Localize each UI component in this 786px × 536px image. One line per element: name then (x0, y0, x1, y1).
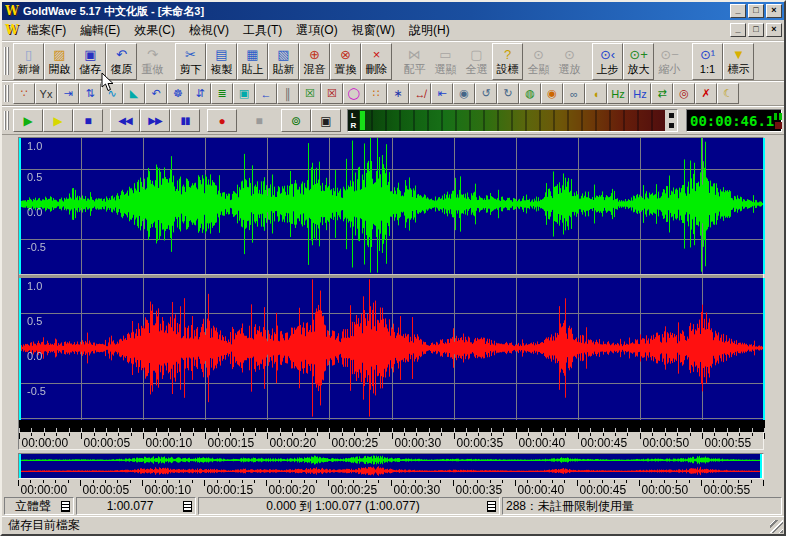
license-panel[interactable]: 288：未註冊限制使用量 (502, 497, 782, 515)
mix-button[interactable]: ⊕混音 (299, 43, 330, 80)
toolbar-grip[interactable] (4, 85, 11, 102)
zoom-1-1-button[interactable]: ⊙¹1:1 (692, 43, 723, 80)
save-button[interactable]: ▣儲存 (75, 43, 106, 80)
show-selection-button: ▭選顯 (430, 43, 461, 80)
panel-menu-icon[interactable] (183, 501, 192, 512)
mdi-close-button[interactable]: × (766, 23, 782, 37)
app-icon[interactable]: W (4, 4, 20, 18)
meter-markers (669, 113, 674, 128)
effect-button-color-dots-icon[interactable]: ∵ (13, 83, 35, 104)
new-button[interactable]: ▯新增 (13, 43, 44, 80)
open-button[interactable]: ▨開啟 (44, 43, 75, 80)
mdi-restore-button[interactable]: □ (748, 23, 764, 37)
effect-button-arrow-x-icon[interactable]: ↮ (409, 83, 431, 104)
effect-button-swap-arrows-icon[interactable]: ⇄ (651, 83, 673, 104)
effect-button-speaker-pan-icon[interactable]: ◖ (585, 83, 607, 104)
undo-button[interactable]: ↶復原 (106, 43, 137, 80)
panel-menu-icon[interactable] (487, 501, 496, 512)
menu-item-tool[interactable]: 工具(T) (236, 20, 289, 41)
effect-button-clock-moon-icon[interactable]: ☾ (717, 83, 739, 104)
effect-button-pattern-dots-icon[interactable]: ∷ (365, 83, 387, 104)
effect-button-dual-checkbox-icon[interactable]: ☒ (299, 83, 321, 104)
effect-button-noise-spark-icon[interactable]: ∗ (387, 83, 409, 104)
paste-button[interactable]: ▦貼上 (237, 43, 268, 80)
time-axis[interactable] (19, 420, 765, 449)
effect-button-trim-arrow-icon[interactable]: ⇤ (431, 83, 453, 104)
effect-button-plusminus-arrows-icon[interactable]: ⇵ (189, 83, 211, 104)
close-button[interactable]: × (766, 4, 782, 18)
effect-button-arrow-bar-icon[interactable]: ⇥ (57, 83, 79, 104)
zoom-in-button[interactable]: ⊙+放大 (623, 43, 654, 80)
rewind-button[interactable]: ◀◀ (110, 109, 140, 132)
maximize-button[interactable]: □ (748, 4, 764, 18)
fast-forward-button[interactable]: ▶▶ (140, 109, 170, 132)
time-display[interactable]: 00:00:46.1 (686, 109, 782, 132)
mdi-minimize-button[interactable]: _ (730, 23, 746, 37)
effect-button-knob-ccw-icon[interactable]: ↺ (475, 83, 497, 104)
menu-item-view[interactable]: 檢視(V) (182, 20, 236, 41)
effect-button-mute-lips-icon[interactable]: ✗ (695, 83, 717, 104)
record-button[interactable]: ● (207, 109, 237, 132)
replace-button-label: 置換 (335, 63, 357, 76)
effect-button-triangle-ruler-icon[interactable]: ◣ (123, 83, 145, 104)
menu-item-options[interactable]: 選項(O) (289, 20, 344, 41)
transport-buttons: ▶▶■◀◀▶▶▮▮●■⊚▣ (13, 109, 341, 132)
effect-button-equalizer-sliders-icon[interactable]: ≣ (211, 83, 233, 104)
set-cue-button[interactable]: ?設標 (492, 43, 523, 80)
minimize-button[interactable]: _ (730, 4, 746, 18)
right-channel-waveform[interactable] (19, 278, 765, 420)
monitor-button[interactable]: ▣ (311, 109, 341, 132)
right-channel-label: R (348, 121, 359, 131)
level-meter[interactable]: L R (347, 109, 678, 132)
hint-bar: 儲存目前檔案 (2, 516, 784, 534)
effect-button-knob-mark-icon[interactable]: ◎ (673, 83, 695, 104)
effect-button-eq-oval-icon[interactable]: ◯ (343, 83, 365, 104)
menu-item-help[interactable]: 說明(H) (402, 20, 457, 41)
selection-panel[interactable]: 0.000 到 1:00.077 (1:00.077) (198, 497, 500, 515)
left-channel-waveform[interactable] (19, 138, 765, 274)
menu-item-effect[interactable]: 效果(C) (127, 20, 182, 41)
new-file-icon: ▯ (25, 46, 32, 63)
clipboard-plus-icon: ⊕ (309, 46, 320, 63)
zoom-previous-button[interactable]: ⊙‹上步 (592, 43, 623, 80)
play-button[interactable]: ▶ (13, 109, 43, 132)
play-selection-button[interactable]: ▶ (43, 109, 73, 132)
effect-button-knob-icon[interactable]: ◉ (453, 83, 475, 104)
effect-button-expand-box-icon[interactable]: ▣ (233, 83, 255, 104)
menu-item-edit[interactable]: 編輯(E) (73, 20, 127, 41)
effect-button-xy-expression-icon[interactable]: Yx (35, 83, 57, 104)
menu-item-file[interactable]: 檔案(F) (20, 20, 73, 41)
document-icon[interactable]: W (4, 22, 20, 38)
record-options-button[interactable]: ⊚ (281, 109, 311, 132)
effect-button-gear-flower-icon[interactable]: ☸ (167, 83, 189, 104)
toolbar-grip[interactable] (4, 111, 11, 129)
effect-button-knob-bars-icon[interactable]: ◍ (519, 83, 541, 104)
effect-button-mono-checkbox-icon[interactable]: ☒ (321, 83, 343, 104)
overview-waveform[interactable] (19, 454, 763, 478)
toolbar-grip[interactable] (4, 47, 11, 76)
effect-button-hz-play-icon[interactable]: Hz (607, 83, 629, 104)
triangle-ruler-icon: ◣ (130, 87, 138, 100)
effect-button-wave-shape-icon[interactable]: ∿ (101, 83, 123, 104)
copy-button[interactable]: ▤複製 (206, 43, 237, 80)
stop-button[interactable]: ■ (73, 109, 103, 132)
effect-button-knob-link-icon[interactable]: ∞ (563, 83, 585, 104)
marker-button[interactable]: ▼標示 (723, 43, 754, 80)
replace-button[interactable]: ⊗置換 (330, 43, 361, 80)
pause-button[interactable]: ▮▮ (170, 109, 200, 132)
effect-button-knob-cw-icon[interactable]: ↻ (497, 83, 519, 104)
effect-button-uturn-arrow-icon[interactable]: ↶ (145, 83, 167, 104)
delete-button[interactable]: ×刪除 (361, 43, 392, 80)
cut-button[interactable]: ✂剪下 (175, 43, 206, 80)
channel-mode-panel[interactable]: 立體聲 (4, 497, 74, 515)
panel-menu-icon[interactable] (61, 501, 70, 512)
effect-button-knob-alert-icon[interactable]: ◉ (541, 83, 563, 104)
effect-button-left-arrow-icon[interactable]: ← (255, 83, 277, 104)
menu-item-window[interactable]: 視窗(W) (345, 20, 402, 41)
effect-button-level-sliders-icon[interactable]: ║ (277, 83, 299, 104)
paste-new-button[interactable]: ▧貼新 (268, 43, 299, 80)
length-panel[interactable]: 1:00.077 (76, 497, 196, 515)
effect-button-updown-arrows-icon[interactable]: ⇅ (79, 83, 101, 104)
resize-grip[interactable] (770, 520, 783, 533)
effect-button-hz-dots-icon[interactable]: Hz (629, 83, 651, 104)
